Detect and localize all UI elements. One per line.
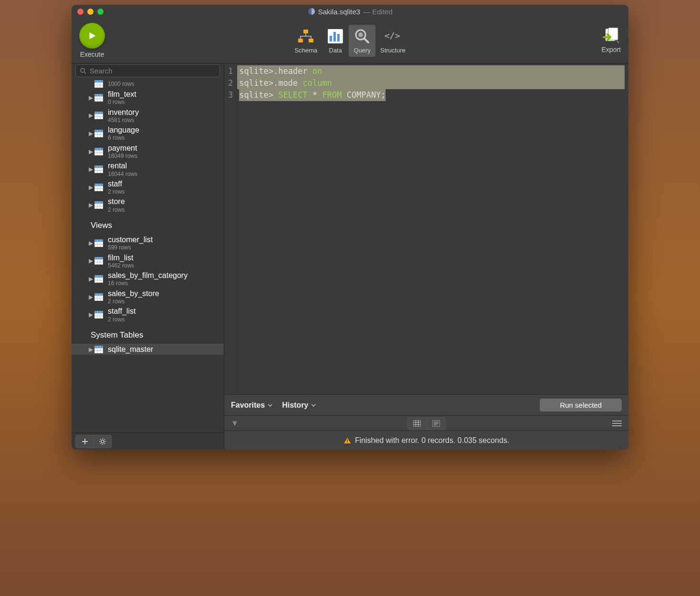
row-count: 6 rows <box>108 134 139 141</box>
disclosure-triangle-icon[interactable]: ▶ <box>89 130 94 137</box>
main-toolbar: Execute Schema Data Query <box>72 18 628 63</box>
table-name: payment <box>108 144 137 153</box>
table-row[interactable]: 1000 rows <box>72 80 224 89</box>
search-container <box>72 63 224 80</box>
collapse-results-button[interactable]: ▼ <box>231 419 239 428</box>
text-view-button[interactable] <box>427 417 446 430</box>
sidebar-tree[interactable]: 1000 rows ▶film_text0 rows▶inventory4581… <box>72 80 224 432</box>
tab-query[interactable]: Query <box>349 25 376 57</box>
table-icon <box>94 311 103 319</box>
minimize-window-button[interactable] <box>87 9 94 15</box>
code-line[interactable]: sqlite>.header on <box>237 65 625 77</box>
table-row[interactable]: ▶staff2 rows <box>72 178 224 196</box>
svg-point-14 <box>81 68 84 72</box>
table-name: sales_by_store <box>108 289 159 298</box>
table-row[interactable]: ▶staff_list2 rows <box>72 306 224 324</box>
code-editor[interactable]: 123 sqlite>.header onsqlite>.mode column… <box>224 63 628 394</box>
table-icon <box>94 80 103 88</box>
row-count: 5462 rows <box>108 262 134 269</box>
table-icon <box>94 130 103 137</box>
results-menu-button[interactable] <box>612 420 622 427</box>
status-bar: Finished with error. 0 records. 0.035 se… <box>224 431 628 450</box>
title-edited: — Edited <box>363 8 393 16</box>
structure-icon: </> <box>384 28 401 45</box>
play-icon <box>87 31 97 41</box>
table-name: film_text <box>108 90 136 99</box>
table-row[interactable]: ▶language6 rows <box>72 124 224 143</box>
svg-rect-6 <box>334 32 336 41</box>
views-section-header: Views <box>72 214 224 234</box>
svg-rect-76 <box>94 311 103 313</box>
disclosure-triangle-icon[interactable]: ▶ <box>89 346 94 353</box>
run-selected-button[interactable]: Run selected <box>540 399 622 411</box>
table-row[interactable]: ▶customer_list599 rows <box>72 234 224 252</box>
history-dropdown[interactable]: History <box>282 401 316 410</box>
plus-icon <box>82 438 88 445</box>
view-segmented-control: Schema Data Query </> Structure <box>290 25 410 57</box>
table-row[interactable]: ▶sales_by_film_category16 rows <box>72 270 224 288</box>
search-field[interactable] <box>75 64 220 77</box>
gear-icon <box>99 438 106 445</box>
table-row[interactable]: ▶film_text0 rows <box>72 89 224 107</box>
close-window-button[interactable] <box>77 9 84 15</box>
search-icon <box>80 67 87 75</box>
table-row[interactable]: ▶payment16049 rows <box>72 143 224 161</box>
disclosure-triangle-icon[interactable]: ▶ <box>89 276 94 282</box>
tab-data[interactable]: Data <box>322 25 349 57</box>
disclosure-triangle-icon[interactable]: ▶ <box>89 112 94 119</box>
code-line[interactable]: sqlite> SELECT * FROM COMPANY; <box>237 89 625 101</box>
svg-rect-2 <box>298 39 303 42</box>
svg-rect-3 <box>309 39 313 42</box>
svg-rect-99 <box>347 439 348 442</box>
disclosure-triangle-icon[interactable]: ▶ <box>89 257 94 264</box>
execute-button[interactable] <box>79 23 105 49</box>
svg-rect-16 <box>94 80 103 82</box>
svg-rect-46 <box>94 184 103 186</box>
titlebar: Sakila.sqlite3 — Edited <box>72 5 628 18</box>
disclosure-triangle-icon[interactable]: ▶ <box>89 166 94 173</box>
grid-icon <box>413 420 421 427</box>
grid-view-button[interactable] <box>407 417 427 430</box>
app-window: Sakila.sqlite3 — Edited Execute Schema <box>72 5 628 450</box>
table-row[interactable]: ▶sales_by_store2 rows <box>72 288 224 306</box>
table-row[interactable]: ▶sqlite_master <box>72 344 224 355</box>
table-icon <box>94 148 103 155</box>
svg-rect-7 <box>337 34 340 41</box>
code-body[interactable]: sqlite>.header onsqlite>.mode columnsqli… <box>237 63 625 394</box>
table-row[interactable]: ▶store2 rows <box>72 196 224 214</box>
tab-schema[interactable]: Schema <box>290 25 322 57</box>
table-row[interactable]: ▶film_list5462 rows <box>72 252 224 270</box>
disclosure-triangle-icon[interactable]: ▶ <box>89 94 94 101</box>
table-name: language <box>108 125 139 134</box>
chevron-down-icon <box>268 404 272 407</box>
favorites-dropdown[interactable]: Favorites <box>231 401 272 410</box>
svg-rect-61 <box>94 257 103 259</box>
table-name: sales_by_film_category <box>108 271 188 280</box>
row-count: 16 rows <box>108 280 188 287</box>
table-icon <box>94 293 103 301</box>
svg-rect-56 <box>94 239 103 242</box>
tab-structure[interactable]: </> Structure <box>376 25 410 57</box>
table-row[interactable]: ▶inventory4581 rows <box>72 107 224 125</box>
table-icon <box>94 239 103 247</box>
disclosure-triangle-icon[interactable]: ▶ <box>89 240 94 247</box>
export-group[interactable]: Export <box>602 28 621 53</box>
disclosure-triangle-icon[interactable]: ▶ <box>89 294 94 300</box>
row-count: 16044 rows <box>108 171 137 177</box>
disclosure-triangle-icon[interactable]: ▶ <box>89 202 94 208</box>
code-line[interactable]: sqlite>.mode column <box>237 77 625 89</box>
table-icon <box>94 165 103 173</box>
add-button[interactable] <box>75 435 94 448</box>
disclosure-triangle-icon[interactable]: ▶ <box>89 184 94 191</box>
svg-point-86 <box>101 440 104 443</box>
disclosure-triangle-icon[interactable]: ▶ <box>89 148 94 155</box>
search-input[interactable] <box>90 67 216 75</box>
zoom-window-button[interactable] <box>97 9 104 15</box>
settings-button[interactable] <box>94 435 112 448</box>
disclosure-triangle-icon[interactable]: ▶ <box>89 311 94 318</box>
warning-icon <box>344 437 351 444</box>
svg-rect-66 <box>94 275 103 277</box>
table-icon <box>94 257 103 265</box>
table-row[interactable]: ▶rental16044 rows <box>72 160 224 178</box>
svg-rect-31 <box>94 130 103 132</box>
